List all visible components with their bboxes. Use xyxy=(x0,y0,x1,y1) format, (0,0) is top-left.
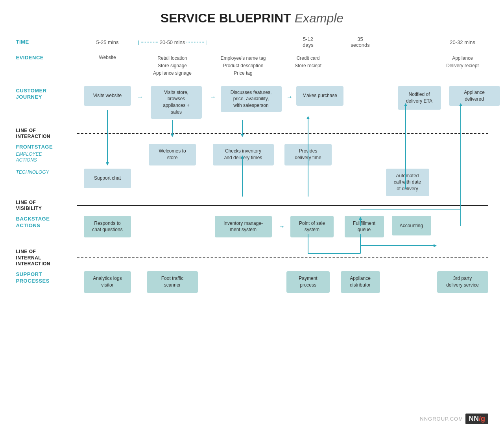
cj-visits-store: Visits store,browsesappliances +sales xyxy=(151,86,202,119)
evidence-nametag: Employee's name tagProduct descriptionPr… xyxy=(220,55,266,77)
arrow-cj-2-3 xyxy=(211,93,215,101)
cj-delivered: Appliancedelivered xyxy=(449,86,500,106)
arrow-cj-1-2 xyxy=(138,93,142,101)
cj-notified: Notified ofdelivery ETA xyxy=(398,86,441,110)
arrow-cj-3-4 xyxy=(288,93,292,101)
cj-visits-website: Visits website xyxy=(84,86,131,106)
nngroup-logo: NNGROUP.COM NN/g xyxy=(420,414,488,424)
line-interaction-divider xyxy=(77,133,488,134)
bs-inventory-mgmt: Inventory manage-ment system xyxy=(215,216,272,237)
line-internal-label: LINE OFINTERNALINTERACTION xyxy=(16,249,73,267)
bs-pos: Point of salesystem xyxy=(290,216,334,237)
time-value-4: 35seconds xyxy=(351,36,369,48)
tech-automated-call: Automatedcall with dateof delivery xyxy=(386,169,429,196)
time-label: TIME xyxy=(16,39,73,46)
tech-support-chat: Support chat xyxy=(84,169,131,188)
page-title: SERVICE BLUEPRINT Example xyxy=(0,0,504,33)
sp-distributor: Appliancedistributor xyxy=(341,271,380,293)
sp-3rdparty: 3rd partydelivery service xyxy=(437,271,488,293)
customer-journey-label: CUSTOMERJOURNEY xyxy=(16,88,73,101)
evidence-retail: Retail locationStore signageAppliance si… xyxy=(153,55,192,77)
sp-payment: Paymentprocess xyxy=(286,271,330,293)
technology-label: TECHNOLOGY xyxy=(16,169,73,176)
blueprint-diagram: TIME 5-25 mins | 20-50 mins | 5-12days 3… xyxy=(16,33,488,301)
evidence-website: Website xyxy=(99,55,116,60)
line-internal-divider xyxy=(77,257,488,258)
sp-foot-traffic: Foot trafficscanner xyxy=(147,271,198,293)
sp-analytics: Analytics logsvisitor xyxy=(84,271,131,293)
line-interaction-label: LINE OFINTERACTION xyxy=(16,128,73,140)
evidence-label: EVIDENCE xyxy=(16,55,73,61)
fs-welcomes: Welcomes tostore xyxy=(149,144,196,165)
fs-provides-delivery: Providesdelivery time xyxy=(284,144,332,165)
support-label: SUPPORTPROCESSES xyxy=(16,271,73,285)
bs-responds-chat: Responds tochat questions xyxy=(84,216,131,237)
time-value-2: 20-50 mins xyxy=(160,39,185,45)
time-value-3: 5-12days xyxy=(303,36,313,48)
line-visibility-label: LINE OFVISIBILITY xyxy=(16,200,73,212)
evidence-appliance: ApplianceDelivery reciept xyxy=(446,55,479,70)
nn-logo-badge: NN/g xyxy=(465,414,488,424)
evidence-credit: Credit cardStore reciept xyxy=(295,55,321,70)
time-value-1: 5-25 mins xyxy=(96,39,118,45)
arrow-bs-3-4 xyxy=(280,223,284,231)
fs-checks-inventory: Checks inventoryand delivery times xyxy=(213,144,274,165)
cj-purchase: Makes purchase xyxy=(296,86,343,106)
employee-actions-label: EMPLOYEEACTIONS xyxy=(16,151,73,164)
time-value-5: 20-32 mins xyxy=(450,39,475,45)
line-visibility-divider xyxy=(77,205,488,206)
frontstage-label: FRONTSTAGE xyxy=(16,144,73,151)
cj-discusses: Discusses features,price, availability,w… xyxy=(221,86,282,112)
bs-accounting: Accounting xyxy=(392,216,431,235)
backstage-label: BACKSTAGEACTIONS xyxy=(16,216,73,229)
bs-fulfillment: Fullfillmentqueue xyxy=(345,216,384,237)
